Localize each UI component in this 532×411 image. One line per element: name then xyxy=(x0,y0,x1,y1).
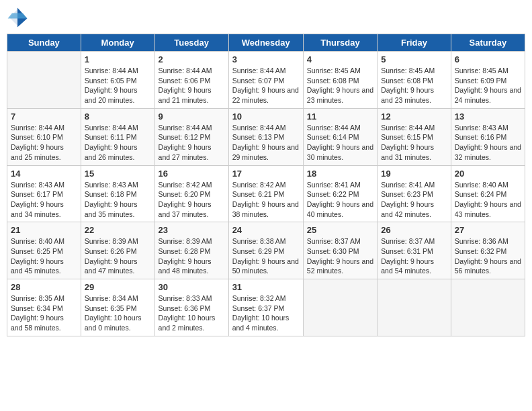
calendar-table: SundayMondayTuesdayWednesdayThursdayFrid… xyxy=(7,34,525,336)
calendar-week-5: 28 Sunrise: 8:35 AMSunset: 6:34 PMDaylig… xyxy=(7,279,525,336)
day-data: Sunrise: 8:34 AMSunset: 6:35 PMDaylight:… xyxy=(85,293,151,333)
header-saturday: Saturday xyxy=(451,34,525,52)
calendar-cell: 31 Sunrise: 8:32 AMSunset: 6:37 PMDaylig… xyxy=(228,279,303,336)
day-number: 25 xyxy=(307,225,373,235)
day-number: 5 xyxy=(381,54,447,64)
day-number: 7 xyxy=(11,111,77,122)
header-friday: Friday xyxy=(378,34,451,52)
day-number: 24 xyxy=(232,225,300,235)
calendar-cell xyxy=(451,279,525,336)
calendar-cell xyxy=(378,279,451,336)
calendar-cell: 14 Sunrise: 8:43 AMSunset: 6:17 PMDaylig… xyxy=(7,165,81,222)
calendar-cell: 12 Sunrise: 8:44 AMSunset: 6:15 PMDaylig… xyxy=(378,108,451,165)
calendar-cell: 16 Sunrise: 8:42 AMSunset: 6:20 PMDaylig… xyxy=(154,165,228,222)
calendar-cell: 28 Sunrise: 8:35 AMSunset: 6:34 PMDaylig… xyxy=(7,279,81,336)
calendar-cell: 29 Sunrise: 8:34 AMSunset: 6:35 PMDaylig… xyxy=(81,279,154,336)
page-header xyxy=(7,7,525,28)
calendar-cell: 27 Sunrise: 8:36 AMSunset: 6:32 PMDaylig… xyxy=(451,222,525,279)
day-number: 19 xyxy=(381,169,447,179)
day-number: 15 xyxy=(85,169,151,179)
calendar-cell: 18 Sunrise: 8:41 AMSunset: 6:22 PMDaylig… xyxy=(303,165,377,222)
day-data: Sunrise: 8:45 AMSunset: 6:08 PMDaylight:… xyxy=(381,66,447,105)
day-data: Sunrise: 8:44 AMSunset: 6:12 PMDaylight:… xyxy=(159,123,225,163)
day-data: Sunrise: 8:37 AMSunset: 6:31 PMDaylight:… xyxy=(381,236,447,276)
day-number: 10 xyxy=(232,111,300,122)
logo xyxy=(7,7,31,28)
calendar-cell: 21 Sunrise: 8:40 AMSunset: 6:25 PMDaylig… xyxy=(7,222,81,279)
calendar-cell: 3 Sunrise: 8:44 AMSunset: 6:07 PMDayligh… xyxy=(228,52,303,109)
day-number: 23 xyxy=(159,225,225,235)
day-number: 2 xyxy=(159,54,225,64)
calendar-cell xyxy=(303,279,377,336)
header-wednesday: Wednesday xyxy=(228,34,303,52)
day-number: 13 xyxy=(455,111,521,122)
day-number: 27 xyxy=(455,225,521,235)
calendar-cell: 22 Sunrise: 8:39 AMSunset: 6:26 PMDaylig… xyxy=(81,222,154,279)
calendar-cell: 25 Sunrise: 8:37 AMSunset: 6:30 PMDaylig… xyxy=(303,222,377,279)
day-data: Sunrise: 8:43 AMSunset: 6:16 PMDaylight:… xyxy=(455,123,521,163)
calendar-cell: 19 Sunrise: 8:41 AMSunset: 6:23 PMDaylig… xyxy=(378,165,451,222)
day-data: Sunrise: 8:44 AMSunset: 6:10 PMDaylight:… xyxy=(11,123,77,163)
calendar-cell: 13 Sunrise: 8:43 AMSunset: 6:16 PMDaylig… xyxy=(451,108,525,165)
day-data: Sunrise: 8:43 AMSunset: 6:18 PMDaylight:… xyxy=(85,180,151,220)
day-number: 9 xyxy=(159,111,225,122)
calendar-cell: 7 Sunrise: 8:44 AMSunset: 6:10 PMDayligh… xyxy=(7,108,81,165)
calendar-cell: 2 Sunrise: 8:44 AMSunset: 6:06 PMDayligh… xyxy=(154,52,228,109)
day-data: Sunrise: 8:32 AMSunset: 6:37 PMDaylight:… xyxy=(232,293,300,333)
day-data: Sunrise: 8:37 AMSunset: 6:30 PMDaylight:… xyxy=(307,236,373,276)
day-number: 28 xyxy=(11,282,77,292)
day-number: 14 xyxy=(11,169,77,179)
day-data: Sunrise: 8:42 AMSunset: 6:21 PMDaylight:… xyxy=(232,180,300,220)
calendar-cell: 23 Sunrise: 8:39 AMSunset: 6:28 PMDaylig… xyxy=(154,222,228,279)
calendar-cell: 10 Sunrise: 8:44 AMSunset: 6:13 PMDaylig… xyxy=(228,108,303,165)
day-data: Sunrise: 8:41 AMSunset: 6:23 PMDaylight:… xyxy=(381,180,447,220)
day-data: Sunrise: 8:45 AMSunset: 6:09 PMDaylight:… xyxy=(455,66,521,105)
day-number: 4 xyxy=(307,54,373,64)
day-data: Sunrise: 8:44 AMSunset: 6:06 PMDaylight:… xyxy=(159,66,225,105)
calendar-week-1: 1 Sunrise: 8:44 AMSunset: 6:05 PMDayligh… xyxy=(7,52,525,109)
day-number: 12 xyxy=(381,111,447,122)
day-number: 17 xyxy=(232,169,300,179)
day-data: Sunrise: 8:44 AMSunset: 6:05 PMDaylight:… xyxy=(85,66,151,105)
day-data: Sunrise: 8:38 AMSunset: 6:29 PMDaylight:… xyxy=(232,236,300,276)
day-number: 11 xyxy=(307,111,373,122)
header-thursday: Thursday xyxy=(303,34,377,52)
calendar-cell: 9 Sunrise: 8:44 AMSunset: 6:12 PMDayligh… xyxy=(154,108,228,165)
day-data: Sunrise: 8:33 AMSunset: 6:36 PMDaylight:… xyxy=(159,293,225,333)
day-data: Sunrise: 8:44 AMSunset: 6:13 PMDaylight:… xyxy=(232,123,300,163)
day-number: 29 xyxy=(85,282,151,292)
day-data: Sunrise: 8:45 AMSunset: 6:08 PMDaylight:… xyxy=(307,66,373,105)
calendar-header-row: SundayMondayTuesdayWednesdayThursdayFrid… xyxy=(7,34,525,52)
header-monday: Monday xyxy=(81,34,154,52)
calendar-cell: 15 Sunrise: 8:43 AMSunset: 6:18 PMDaylig… xyxy=(81,165,154,222)
calendar-cell: 26 Sunrise: 8:37 AMSunset: 6:31 PMDaylig… xyxy=(378,222,451,279)
calendar-cell: 8 Sunrise: 8:44 AMSunset: 6:11 PMDayligh… xyxy=(81,108,154,165)
calendar-cell: 6 Sunrise: 8:45 AMSunset: 6:09 PMDayligh… xyxy=(451,52,525,109)
day-number: 1 xyxy=(85,54,151,64)
day-number: 22 xyxy=(85,225,151,235)
calendar-cell: 24 Sunrise: 8:38 AMSunset: 6:29 PMDaylig… xyxy=(228,222,303,279)
calendar-week-4: 21 Sunrise: 8:40 AMSunset: 6:25 PMDaylig… xyxy=(7,222,525,279)
calendar-cell: 1 Sunrise: 8:44 AMSunset: 6:05 PMDayligh… xyxy=(81,52,154,109)
day-number: 3 xyxy=(232,54,300,64)
calendar-cell: 20 Sunrise: 8:40 AMSunset: 6:24 PMDaylig… xyxy=(451,165,525,222)
day-number: 8 xyxy=(85,111,151,122)
calendar-cell: 5 Sunrise: 8:45 AMSunset: 6:08 PMDayligh… xyxy=(378,52,451,109)
calendar-week-2: 7 Sunrise: 8:44 AMSunset: 6:10 PMDayligh… xyxy=(7,108,525,165)
day-data: Sunrise: 8:42 AMSunset: 6:20 PMDaylight:… xyxy=(159,180,225,220)
day-data: Sunrise: 8:43 AMSunset: 6:17 PMDaylight:… xyxy=(11,180,77,220)
header-sunday: Sunday xyxy=(7,34,81,52)
day-number: 31 xyxy=(232,282,300,292)
calendar-cell: 17 Sunrise: 8:42 AMSunset: 6:21 PMDaylig… xyxy=(228,165,303,222)
calendar-cell: 30 Sunrise: 8:33 AMSunset: 6:36 PMDaylig… xyxy=(154,279,228,336)
calendar-week-3: 14 Sunrise: 8:43 AMSunset: 6:17 PMDaylig… xyxy=(7,165,525,222)
day-data: Sunrise: 8:44 AMSunset: 6:14 PMDaylight:… xyxy=(307,123,373,163)
logo-icon xyxy=(7,7,28,28)
day-data: Sunrise: 8:44 AMSunset: 6:11 PMDaylight:… xyxy=(85,123,151,163)
day-number: 6 xyxy=(455,54,521,64)
day-data: Sunrise: 8:41 AMSunset: 6:22 PMDaylight:… xyxy=(307,180,373,220)
day-number: 20 xyxy=(455,169,521,179)
day-data: Sunrise: 8:40 AMSunset: 6:25 PMDaylight:… xyxy=(11,236,77,276)
day-number: 16 xyxy=(159,169,225,179)
day-data: Sunrise: 8:44 AMSunset: 6:15 PMDaylight:… xyxy=(381,123,447,163)
